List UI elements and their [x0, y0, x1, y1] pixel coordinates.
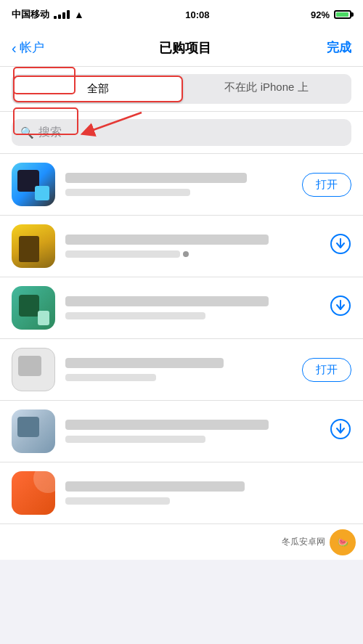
app-sub-placeholder: [65, 497, 170, 505]
watermark-badge: 🍉: [330, 529, 356, 555]
search-container: 🔍 搜索: [0, 112, 363, 154]
app-action-4: 打开: [302, 358, 351, 382]
signal-bar-2: [58, 15, 61, 19]
signal-bar-3: [62, 12, 65, 19]
watermark-text: 冬瓜安卓网: [282, 536, 325, 548]
watermark-bar: 冬瓜安卓网 🍉: [0, 523, 363, 560]
open-button-4[interactable]: 打开: [302, 358, 351, 382]
back-button[interactable]: ‹ 帐户: [12, 39, 44, 56]
search-placeholder: 搜索: [38, 125, 62, 140]
app-action-1: 打开: [302, 173, 351, 197]
time-label: 10:08: [185, 9, 209, 20]
app-icon-1: [12, 163, 55, 206]
segment-container: 全部 不在此 iPhone 上: [0, 67, 363, 112]
app-name-placeholder: [65, 481, 245, 492]
download-icon-3: [330, 295, 351, 317]
app-dot: [183, 251, 189, 257]
page-wrapper: 中国移动 ▲ 10:08 92% ‹ 帐户 已购项目 完成 全部: [0, 0, 363, 560]
download-icon-5: [330, 418, 351, 440]
back-label: 帐户: [20, 39, 44, 56]
app-action-3[interactable]: [330, 295, 351, 322]
list-item: 打开: [0, 339, 363, 401]
list-item: [0, 401, 363, 462]
app-icon-3: [12, 286, 55, 330]
battery-fill: [336, 12, 348, 17]
battery-icon: [334, 10, 351, 19]
app-info-5: [65, 420, 319, 443]
watermark-icon: 🍉: [338, 537, 348, 547]
list-item: 打开: [0, 154, 363, 216]
status-bar: 中国移动 ▲ 10:08 92%: [0, 0, 363, 29]
app-action-2[interactable]: [330, 233, 351, 260]
app-icon-2: [12, 224, 55, 268]
app-info-1: [65, 173, 292, 196]
page-title: 已购项目: [159, 39, 211, 57]
app-name-placeholder: [65, 235, 269, 245]
app-sub-placeholder: [65, 250, 180, 258]
app-list: 打开: [0, 154, 363, 523]
open-button-1[interactable]: 打开: [302, 173, 351, 197]
segment-all[interactable]: 全部: [13, 76, 183, 102]
app-sub-placeholder: [65, 312, 205, 319]
status-right: 92%: [311, 9, 351, 20]
signal-bar-4: [67, 10, 70, 19]
search-bar[interactable]: 🔍 搜索: [12, 119, 351, 146]
app-info-3: [65, 296, 319, 319]
app-info-6: [65, 481, 341, 505]
download-icon-2: [330, 233, 351, 255]
app-icon-5: [12, 409, 55, 453]
app-sub-placeholder: [65, 436, 205, 443]
app-name-placeholder: [65, 358, 224, 368]
app-info-2: [65, 235, 319, 258]
segment-not-on-iphone[interactable]: 不在此 iPhone 上: [183, 76, 350, 102]
signal-bars: [54, 10, 70, 19]
app-info-4: [65, 358, 292, 381]
segment-control: 全部 不在此 iPhone 上: [12, 74, 351, 104]
app-icon-6: [12, 471, 55, 515]
search-icon: 🔍: [20, 126, 34, 139]
app-name-placeholder: [65, 173, 247, 183]
carrier-label: 中国移动: [12, 8, 49, 21]
app-name-placeholder: [65, 420, 269, 430]
app-sub-placeholder: [65, 189, 190, 196]
app-action-5[interactable]: [330, 418, 351, 445]
back-chevron-icon: ‹: [12, 41, 17, 55]
app-name-placeholder: [65, 296, 269, 306]
status-left: 中国移动 ▲: [12, 8, 84, 21]
done-button[interactable]: 完成: [327, 39, 351, 56]
list-item: [0, 277, 363, 339]
list-item: [0, 462, 363, 523]
app-icon-4: [12, 348, 55, 391]
signal-bar-1: [54, 16, 57, 19]
battery-percent: 92%: [311, 9, 330, 20]
wifi-icon: ▲: [74, 9, 84, 20]
list-item: [0, 216, 363, 277]
nav-bar: ‹ 帐户 已购项目 完成: [0, 29, 363, 67]
app-sub-placeholder: [65, 374, 156, 381]
